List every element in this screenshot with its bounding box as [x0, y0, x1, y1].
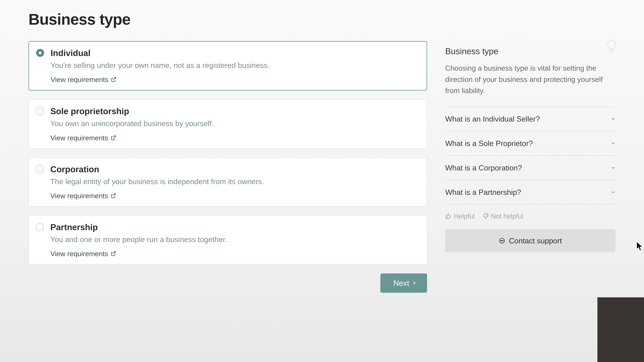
option-title: Corporation	[50, 164, 419, 174]
faq-title: What is a Sole Proprietor?	[445, 139, 533, 148]
option-desc: The legal entity of your business is ind…	[50, 177, 419, 186]
external-link-icon	[111, 77, 116, 82]
option-title: Partnership	[50, 222, 419, 232]
not-helpful-label: Not helpful	[491, 212, 523, 220]
view-requirements-label: View requirements	[50, 75, 108, 84]
contact-support-label: Contact support	[509, 236, 562, 245]
chevron-down-icon	[611, 117, 616, 121]
options-column: Individual You're selling under your own…	[28, 41, 427, 293]
view-requirements-label: View requirements	[50, 192, 108, 200]
option-desc: You and one or more people run a busines…	[50, 234, 419, 244]
overlay-patch	[598, 297, 644, 362]
option-corporation[interactable]: Corporation The legal entity of your bus…	[28, 158, 427, 206]
faq-title: What is an Individual Seller?	[445, 115, 540, 123]
svg-line-4	[616, 41, 616, 42]
help-sidebar: Business type Choosing a business type i…	[445, 41, 616, 252]
chevron-right-icon	[412, 281, 417, 286]
view-requirements-label: View requirements	[50, 134, 108, 142]
next-button-label: Next	[393, 279, 409, 288]
faq-individual-seller[interactable]: What is an Individual Seller?	[445, 107, 616, 131]
faq-corporation[interactable]: What is a Corporation?	[445, 155, 616, 180]
helpful-label: Helpful	[454, 212, 475, 220]
option-desc: You're selling under your own name, not …	[50, 60, 419, 70]
helpful-button[interactable]: Helpful	[445, 212, 475, 220]
not-helpful-button[interactable]: Not helpful	[482, 212, 523, 220]
chevron-down-icon	[611, 166, 616, 170]
option-desc: You own an unincorporated business by yo…	[50, 118, 419, 129]
radio-individual[interactable]	[36, 49, 44, 57]
next-button[interactable]: Next	[380, 273, 427, 293]
thumbs-up-icon	[445, 213, 452, 219]
faq-partnership[interactable]: What is a Partnership?	[445, 180, 616, 204]
option-title: Sole proprietorship	[50, 106, 419, 116]
option-partnership[interactable]: Partnership You and one or more people r…	[28, 215, 427, 264]
view-requirements-link[interactable]: View requirements	[50, 250, 116, 258]
cursor-icon	[637, 242, 643, 251]
radio-partnership[interactable]	[36, 223, 44, 231]
thumbs-down-icon	[482, 213, 489, 219]
chevron-down-icon	[611, 141, 616, 146]
chat-icon	[499, 237, 505, 244]
external-link-icon	[111, 251, 116, 256]
faq-title: What is a Corporation?	[445, 164, 522, 172]
view-requirements-label: View requirements	[50, 250, 108, 258]
faq-title: What is a Partnership?	[445, 188, 521, 196]
contact-support-button[interactable]: Contact support	[445, 229, 616, 252]
view-requirements-link[interactable]: View requirements	[50, 75, 116, 84]
option-sole-proprietorship[interactable]: Sole proprietorship You own an unincorpo…	[28, 100, 427, 148]
view-requirements-link[interactable]: View requirements	[50, 192, 116, 200]
external-link-icon	[111, 135, 116, 141]
svg-point-6	[501, 240, 501, 241]
lightbulb-icon	[604, 38, 620, 54]
radio-sole-proprietorship[interactable]	[36, 107, 44, 115]
svg-point-7	[502, 240, 502, 241]
chevron-down-icon	[611, 190, 616, 194]
option-title: Individual	[50, 48, 419, 58]
sidebar-desc: Choosing a business type is vital for se…	[445, 63, 616, 96]
option-individual[interactable]: Individual You're selling under your own…	[28, 41, 427, 91]
svg-point-8	[503, 240, 504, 241]
faq-sole-proprietor[interactable]: What is a Sole Proprietor?	[445, 131, 616, 155]
sidebar-title: Business type	[445, 46, 616, 56]
svg-line-3	[607, 41, 608, 42]
page-title: Business type	[28, 10, 616, 28]
view-requirements-link[interactable]: View requirements	[50, 134, 116, 142]
radio-corporation[interactable]	[36, 165, 44, 173]
external-link-icon	[111, 193, 116, 198]
